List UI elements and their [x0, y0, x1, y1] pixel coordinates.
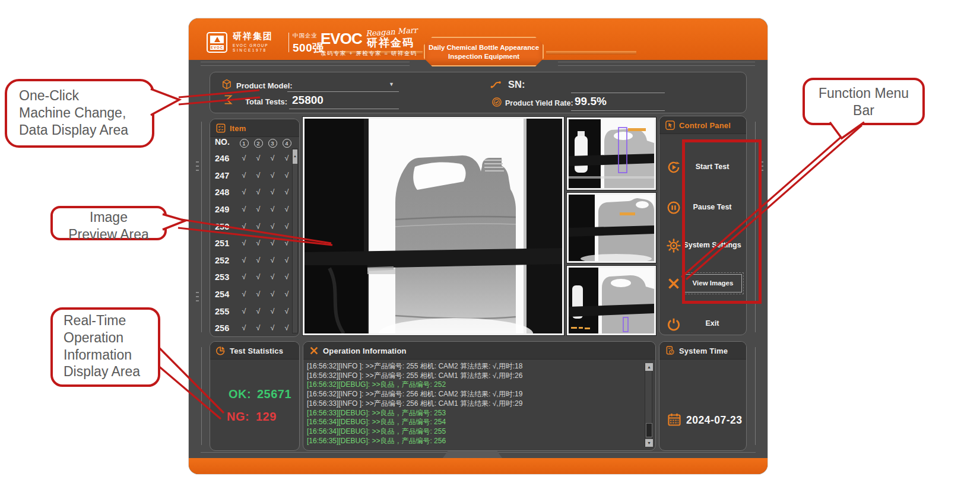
check-mark: √ — [237, 239, 251, 247]
check-mark: √ — [251, 256, 265, 265]
checklist-icon — [215, 123, 226, 133]
item-row: 251√√√√ — [212, 235, 299, 252]
check-mark: √ — [237, 307, 251, 316]
check-mark: √ — [237, 290, 251, 298]
logo-evoc-wordmark: EVOC — [321, 30, 362, 48]
check-mark: √ — [265, 205, 280, 214]
item-scrollbar-thumb[interactable]: ▲ — [293, 150, 297, 164]
item-row: 252√√√√ — [212, 252, 299, 269]
check-mark: √ — [265, 171, 280, 180]
item-col-cam-1: 1 — [237, 137, 251, 149]
log-line: [16:56:34][DEBUG]: >>良品，产品编号: 254 — [307, 418, 640, 427]
log-line: [16:56:34][DEBUG]: >>良品，产品编号: 255 — [307, 427, 640, 437]
sn-icon — [489, 78, 503, 92]
camera-preview-3[interactable] — [567, 266, 656, 335]
check-mark: √ — [251, 239, 265, 247]
app-title-line2: Inspection Equipment — [425, 52, 543, 61]
logo-group-en: EVOC GROUP — [233, 43, 273, 47]
item-row-number: 247 — [212, 171, 237, 180]
item-row: 246√√√√ — [212, 150, 299, 167]
left-trim-lower — [201, 347, 202, 445]
ok-label: OK: — [229, 387, 251, 401]
log-line: [16:56:32][INFO ]: >>产品编号: 255 相机: CAM2 … — [307, 362, 640, 371]
chevron-down-icon: ▼ — [389, 81, 394, 87]
check-mark: √ — [265, 290, 280, 298]
circled-number-icon: 2 — [254, 139, 263, 148]
item-row: 247√√√√ — [212, 167, 299, 185]
log-line: [16:56:32][INFO ]: >>产品编号: 256 相机: CAM2 … — [307, 390, 640, 399]
header-deco-line-right2 — [558, 65, 755, 66]
item-row: 255√√√√ — [212, 303, 299, 320]
sn-input[interactable] — [571, 79, 665, 93]
log-line: [16:56:35][DEBUG]: >>良品，产品编号: 256 — [307, 437, 640, 446]
system-time-panel: System Time — [659, 341, 747, 451]
calendar-icon — [667, 412, 681, 427]
item-row-number: 249 — [212, 205, 237, 214]
item-panel-header: Item — [210, 119, 299, 137]
check-mark: √ — [251, 290, 265, 298]
item-row-number: 254 — [212, 290, 237, 299]
log-line: [16:56:32][INFO ]: >>产品编号: 255 相机: CAM1 … — [307, 371, 640, 381]
check-mark: √ — [237, 256, 251, 265]
item-col-cam-2: 2 — [251, 137, 265, 149]
crossed-tools-icon — [309, 345, 319, 356]
logo-group-block: 研祥集团 EVOC GROUP SINCE1978 — [233, 31, 273, 52]
system-time-header: System Time — [659, 342, 746, 360]
item-row-number: 246 — [212, 154, 237, 163]
item-row: 256√√√√ — [212, 320, 299, 337]
check-mark: √ — [265, 154, 280, 163]
logo-brand-cn: 研祥金码 — [367, 36, 414, 50]
item-row: 248√√√√ — [212, 184, 299, 201]
logo-china-enterprise: 中国企业 — [293, 32, 324, 40]
system-time-title: System Time — [679, 347, 728, 355]
logo-since: SINCE1978 — [233, 48, 273, 52]
item-row-number: 253 — [212, 272, 237, 282]
circled-number-icon: 4 — [283, 139, 291, 148]
check-mark: √ — [251, 188, 265, 196]
log-line: [16:56:32][DEBUG]: >>良品，产品编号: 252 — [307, 380, 640, 390]
ng-value: 129 — [256, 410, 277, 424]
operation-log-viewport[interactable]: [16:56:32][INFO ]: >>产品编号: 255 相机: CAM2 … — [307, 362, 640, 449]
test-statistics-title: Test Statistics — [230, 347, 283, 355]
logo-group-cn: 研祥集团 — [233, 31, 273, 42]
item-col-cam-4: 4 — [280, 137, 294, 149]
check-mark: √ — [265, 324, 280, 332]
evoc-logo-icon: EVOC — [207, 32, 227, 53]
check-mark: √ — [237, 273, 251, 281]
item-scrollbar[interactable] — [292, 148, 298, 333]
exit-button[interactable]: Exit — [662, 313, 746, 335]
item-row-number: 251 — [212, 239, 237, 248]
log-scroll-up-button[interactable]: ▲ — [645, 363, 653, 371]
logo-top500: 500强 — [293, 40, 324, 56]
yield-rate-icon — [491, 96, 503, 108]
exit-label: Exit — [683, 319, 742, 328]
camera-preview-1[interactable] — [567, 117, 656, 190]
ok-value: 25671 — [257, 387, 291, 401]
function-menu-highlight-box — [682, 139, 762, 304]
camera-preview-2[interactable] — [567, 193, 656, 263]
log-scroll-down-button[interactable]: ▼ — [645, 439, 653, 447]
gear-icon — [666, 238, 681, 253]
check-mark: √ — [251, 307, 265, 316]
power-icon — [666, 316, 681, 332]
check-mark: √ — [237, 324, 251, 332]
logo-slogan: 读码专家 + 屏检专家 = 研祥金码 — [321, 50, 417, 58]
yield-rate-underline — [571, 95, 665, 111]
total-tests-label: Total Tests: — [245, 97, 287, 106]
callout-data-display-area: One-Click Machine Change, Data Display A… — [5, 79, 154, 148]
product-model-select[interactable] — [287, 78, 399, 92]
badge-wing-right — [546, 51, 636, 55]
check-mark: √ — [251, 171, 265, 180]
item-row-number: 248 — [212, 187, 237, 197]
log-scrollbar-thumb[interactable] — [646, 423, 652, 437]
check-mark: √ — [237, 171, 251, 180]
header-deco-line-left2 — [201, 65, 410, 66]
check-mark: √ — [265, 222, 280, 231]
log-scrollbar[interactable]: ▲ ▼ — [645, 363, 652, 447]
item-row: 249√√√√ — [212, 201, 299, 218]
check-mark: √ — [237, 154, 251, 163]
control-panel-title: Control Panel — [679, 121, 731, 130]
header-deco-line-right — [558, 62, 755, 62]
callout-image-preview-area: Image Preview Area — [50, 206, 167, 240]
check-mark: √ — [265, 239, 280, 247]
